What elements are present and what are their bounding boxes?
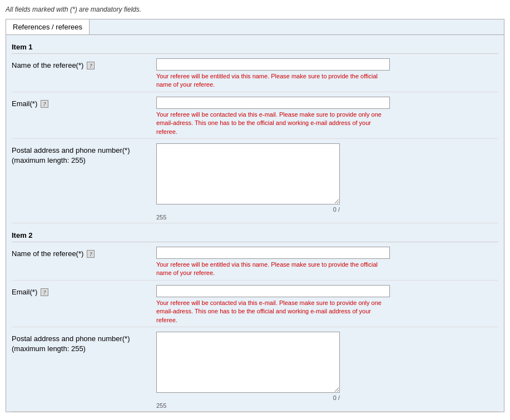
item-2-postal-input[interactable] bbox=[156, 332, 340, 393]
panel-title: References / referees bbox=[6, 19, 90, 35]
item-1-email-row: Email(*) ? Your referee will be contacte… bbox=[12, 92, 498, 139]
item-2-name-input[interactable] bbox=[156, 247, 390, 259]
item-2-textarea-wrap: 0 / bbox=[156, 332, 498, 401]
item-1-email-label: Email(*) ? bbox=[12, 97, 156, 109]
item-1-email-hint: Your referee will be contacted via this … bbox=[156, 111, 390, 136]
item-1-name-input[interactable] bbox=[156, 58, 390, 71]
references-panel: References / referees Item 1 Name of the… bbox=[6, 19, 504, 412]
item-1-postal-row: Postal address and phone number(*)(maxim… bbox=[12, 139, 498, 223]
item-2-name-help-icon[interactable]: ? bbox=[87, 250, 95, 258]
item-2-name-label: Name of the referee(*) ? bbox=[12, 247, 156, 259]
item-1-name-row: Name of the referee(*) ? Your referee wi… bbox=[12, 54, 498, 92]
item-2-postal-field: 0 / 255 bbox=[156, 332, 498, 409]
panel-header-wrap: References / referees bbox=[6, 19, 504, 35]
item-1-char-counter: 0 / bbox=[156, 206, 340, 213]
item-1-name-label: Name of the referee(*) ? bbox=[12, 58, 156, 71]
item-1-postal-field: 0 / 255 bbox=[156, 143, 498, 221]
item-1-email-help-icon[interactable]: ? bbox=[41, 100, 48, 108]
item-1-name-field: Your referee will be entitled via this n… bbox=[156, 58, 498, 89]
item-2-email-hint: Your referee will be contacted via this … bbox=[156, 299, 390, 324]
item-1-textarea-wrap: 0 / bbox=[156, 143, 498, 213]
item-2-name-field: Your referee will be entitled via this n… bbox=[156, 247, 498, 278]
item-2-name-row: Name of the referee(*) ? Your referee wi… bbox=[12, 242, 498, 281]
item-2-section: Item 2 Name of the referee(*) ? Your ref… bbox=[6, 223, 504, 412]
item-2-postal-label: Postal address and phone number(*)(maxim… bbox=[12, 332, 156, 354]
item-2-title: Item 2 bbox=[12, 228, 498, 242]
item-2-email-row: Email(*) ? Your referee will be contacte… bbox=[12, 281, 498, 327]
item-2-email-help-icon[interactable]: ? bbox=[41, 288, 48, 296]
item-2-postal-row: Postal address and phone number(*)(maxim… bbox=[12, 327, 498, 412]
item-1-postal-label: Postal address and phone number(*)(maxim… bbox=[12, 143, 156, 166]
mandatory-note: All fields marked with (*) are mandatory… bbox=[6, 6, 504, 13]
item-1-char-limit: 255 bbox=[156, 214, 498, 221]
item-1-email-input[interactable] bbox=[156, 97, 390, 109]
item-2-name-hint: Your referee will be entitled via this n… bbox=[156, 261, 390, 278]
item-1-section: Item 1 Name of the referee(*) ? Your ref… bbox=[6, 35, 504, 223]
item-1-email-field: Your referee will be contacted via this … bbox=[156, 97, 498, 136]
item-1-postal-input[interactable] bbox=[156, 143, 340, 204]
item-1-title: Item 1 bbox=[12, 39, 498, 54]
item-2-email-field: Your referee will be contacted via this … bbox=[156, 285, 498, 324]
item-1-name-hint: Your referee will be entitled via this n… bbox=[156, 72, 390, 89]
item-2-email-input[interactable] bbox=[156, 285, 390, 297]
item-2-char-counter: 0 / bbox=[156, 394, 340, 401]
item-1-name-help-icon[interactable]: ? bbox=[87, 62, 95, 69]
item-2-email-label: Email(*) ? bbox=[12, 285, 156, 297]
item-2-char-limit: 255 bbox=[156, 402, 498, 409]
